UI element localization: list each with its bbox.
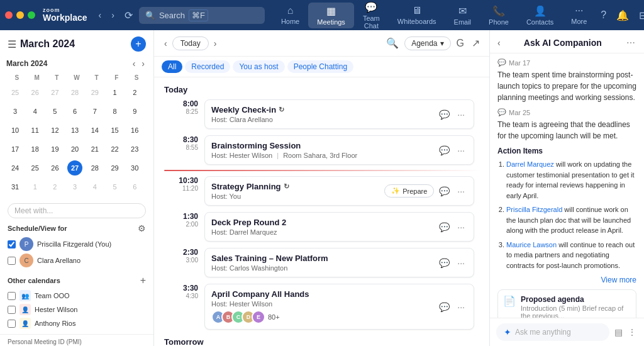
cal-day-2-6[interactable]: 16 [127, 123, 142, 138]
event-card-sales-training[interactable]: Sales Training – New Platform Host: Carl… [204, 248, 474, 277]
cal-day-1-0[interactable]: 3 [8, 104, 23, 119]
prepare-button-strategy[interactable]: ✨ Prepare [384, 184, 434, 198]
event-card-brainstorming[interactable]: Brainstorming Session Host: Hester Wilso… [204, 135, 474, 165]
event-more-button-5[interactable]: ··· [455, 257, 467, 269]
cal-day-1-2[interactable]: 5 [47, 104, 62, 119]
search-events-button[interactable]: 🔍 [384, 35, 401, 51]
event-chat-button-5[interactable]: 💬 [436, 257, 452, 269]
cal-day-0-2[interactable]: 27 [47, 85, 62, 100]
filter-tab-all[interactable]: All [162, 60, 182, 73]
cal-day-5-6[interactable]: 6 [127, 179, 142, 194]
filter-tab-people-chatting[interactable]: People Chatting [287, 60, 353, 73]
cal-day-0-3[interactable]: 28 [67, 85, 82, 100]
ai-action-name-3[interactable]: Maurice Lawson [506, 241, 557, 248]
cal-day-0-6[interactable]: 2 [127, 85, 142, 100]
event-more-button-6[interactable]: ··· [455, 301, 467, 313]
cal-day-1-6[interactable]: 9 [127, 104, 142, 119]
cal-day-3-6[interactable]: 23 [127, 142, 142, 157]
hester-checkbox[interactable] [8, 306, 16, 314]
nav-item-contacts[interactable]: 👤 Contacts [518, 3, 562, 28]
cal-day-5-2[interactable]: 2 [47, 179, 62, 194]
event-chat-button-2[interactable]: 💬 [436, 144, 452, 157]
cal-day-4-3[interactable]: 27 [67, 160, 82, 176]
cal-day-1-3[interactable]: 6 [67, 104, 82, 119]
nav-item-team-chat[interactable]: 💬 Team Chat [354, 0, 389, 32]
cal-day-3-2[interactable]: 19 [47, 142, 62, 157]
add-event-button[interactable]: + [131, 36, 146, 52]
nav-history-button[interactable]: ⟳ [121, 7, 136, 24]
event-card-all-hands[interactable]: April Company All Hands Host: Hester Wil… [204, 284, 474, 330]
filter-tab-you-as-host[interactable]: You as host [233, 60, 284, 73]
cal-day-2-5[interactable]: 15 [108, 123, 123, 138]
event-card-weekly-checkin[interactable]: Weekly Check-in ↻ Host: Clara Arellano 💬… [204, 99, 474, 129]
view-more-button[interactable]: View more [497, 276, 636, 284]
ai-compose-button[interactable]: ▤ [613, 326, 624, 338]
cal-day-0-5[interactable]: 1 [108, 85, 123, 100]
nav-item-email[interactable]: ✉ Email [445, 3, 480, 28]
meet-with-input[interactable]: Meet with... [8, 203, 146, 218]
google-sync-button[interactable]: G [455, 36, 466, 51]
cal-day-4-5[interactable]: 29 [108, 160, 123, 176]
view-selector-button[interactable]: Agenda ▾ [404, 36, 450, 50]
cal-day-3-5[interactable]: 22 [108, 142, 123, 157]
event-more-button-1[interactable]: ··· [455, 108, 467, 121]
notifications-button[interactable]: 🔔 [614, 7, 631, 24]
sidebar-toggle-icon[interactable]: ☰ [8, 38, 16, 50]
event-chat-button-1[interactable]: 💬 [436, 108, 452, 121]
ai-input-area[interactable]: ✦ Ask me anything [496, 323, 609, 341]
prev-day-button[interactable]: ‹ [162, 37, 170, 50]
next-day-button[interactable]: › [211, 37, 219, 50]
mini-cal-prev-button[interactable]: ‹ [130, 58, 138, 69]
cal-day-1-4[interactable]: 7 [87, 104, 103, 119]
add-calendar-button[interactable]: + [140, 275, 146, 286]
ai-action-name-2[interactable]: Priscilla Fitzgerald [506, 206, 562, 213]
cal-day-5-3[interactable]: 3 [67, 179, 82, 194]
filter-tab-recorded[interactable]: Recorded [185, 60, 230, 73]
cal-day-5-1[interactable]: 1 [28, 179, 43, 194]
cal-day-2-2[interactable]: 12 [47, 123, 62, 138]
event-chat-button-3[interactable]: 💬 [436, 185, 452, 198]
minimize-button[interactable] [16, 11, 24, 19]
cal-day-3-0[interactable]: 17 [8, 142, 23, 157]
cal-day-3-4[interactable]: 21 [87, 142, 103, 157]
ai-filter-button[interactable]: ⋮ [626, 326, 638, 338]
cal-day-3-1[interactable]: 18 [28, 142, 43, 157]
cal-day-2-0[interactable]: 10 [8, 123, 23, 138]
event-chat-button-6[interactable]: 💬 [436, 301, 452, 313]
layout-button[interactable]: ⊟ [636, 7, 644, 24]
cal-day-4-1[interactable]: 25 [28, 160, 43, 176]
event-more-button-2[interactable]: ··· [455, 144, 467, 157]
cal-day-2-3[interactable]: 13 [67, 123, 82, 138]
cal-day-0-1[interactable]: 26 [28, 85, 43, 100]
cal-day-3-3[interactable]: 20 [67, 142, 82, 157]
clara-checkbox[interactable] [8, 257, 16, 265]
event-chat-button-4[interactable]: 💬 [436, 221, 452, 233]
nav-item-phone[interactable]: 📞 Phone [480, 3, 518, 28]
nav-item-more[interactable]: ··· More [562, 3, 596, 28]
ai-settings-button[interactable]: ⋯ [625, 36, 636, 49]
event-card-strategy[interactable]: Strategy Planning ↻ Host: You ✨ Prepare … [204, 176, 474, 206]
event-more-button-3[interactable]: ··· [455, 185, 467, 198]
ai-card-agenda[interactable]: 📄 Proposed agenda Introduction (5 min) B… [497, 289, 636, 318]
cal-day-2-1[interactable]: 11 [28, 123, 43, 138]
team-ooo-checkbox[interactable] [8, 292, 16, 300]
search-bar[interactable]: 🔍 Search ⌘F [139, 7, 265, 24]
cal-day-4-6[interactable]: 30 [127, 160, 142, 176]
cal-day-2-4[interactable]: 14 [87, 123, 103, 138]
nav-forward-button[interactable]: › [108, 8, 118, 23]
mini-cal-next-button[interactable]: › [139, 58, 147, 69]
anthony-checkbox[interactable] [8, 320, 16, 328]
cal-day-5-0[interactable]: 31 [8, 179, 23, 194]
maximize-button[interactable] [28, 11, 35, 19]
today-button[interactable]: Today [172, 36, 209, 50]
nav-back-button[interactable]: ‹ [95, 8, 106, 23]
cal-day-4-2[interactable]: 26 [47, 160, 62, 176]
cal-day-1-5[interactable]: 8 [108, 104, 123, 119]
help-button[interactable]: ? [598, 7, 609, 23]
cal-day-0-4[interactable]: 29 [87, 85, 103, 100]
priscilla-checkbox[interactable] [8, 240, 16, 248]
nav-item-meetings[interactable]: ▦ Meetings [308, 3, 354, 28]
nav-item-whiteboards[interactable]: 🖥 Whiteboards [389, 3, 445, 28]
cal-day-5-5[interactable]: 5 [108, 179, 123, 194]
ai-back-button[interactable]: ‹ [497, 38, 501, 48]
